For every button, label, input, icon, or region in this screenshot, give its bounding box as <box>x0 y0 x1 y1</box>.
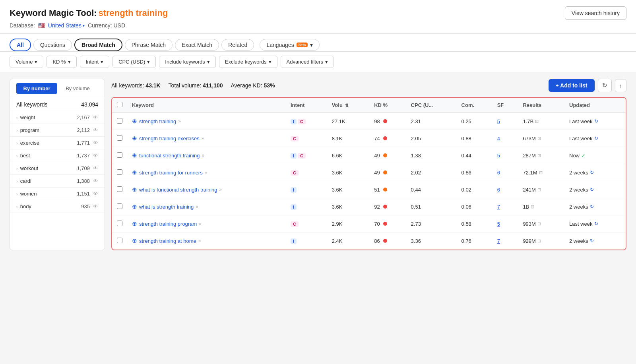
tab-related[interactable]: Related <box>221 39 254 51</box>
sidebar-item-count: 1,709 <box>77 165 90 171</box>
refresh-button[interactable]: ↻ <box>598 79 612 92</box>
keyword-link[interactable]: ⊕ strength training for runners » <box>132 169 281 176</box>
com-cell: 0.25 <box>457 113 493 130</box>
row-checkbox[interactable] <box>117 221 122 226</box>
refresh-icon: ↻ <box>594 221 598 227</box>
keyword-link[interactable]: ⊕ strength training exercises » <box>132 135 281 142</box>
add-to-list-button[interactable]: + Add to list <box>549 79 595 92</box>
sf-link[interactable]: 5 <box>497 221 500 227</box>
sf-cell[interactable]: 5 <box>493 215 518 232</box>
filter-kd[interactable]: KD % ▾ <box>47 56 76 68</box>
eye-icon[interactable]: 👁 <box>93 203 98 209</box>
kd-dot <box>383 239 387 243</box>
tabs-row: All Questions Broad Match Phrase Match E… <box>0 34 636 52</box>
sf-link[interactable]: 5 <box>497 118 500 124</box>
row-checkbox[interactable] <box>117 152 122 158</box>
eye-icon[interactable]: 👁 <box>93 165 98 171</box>
keyword-link[interactable]: ⊕ strength training at home » <box>132 237 281 244</box>
eye-icon[interactable]: 👁 <box>93 140 98 146</box>
tab-exact-match[interactable]: Exact Match <box>175 39 219 51</box>
sf-cell[interactable]: 6 <box>493 164 518 181</box>
updated-cell: Last week ↻ <box>564 113 626 130</box>
sf-link[interactable]: 5 <box>497 153 500 159</box>
filter-cpc[interactable]: CPC (USD) ▾ <box>112 56 156 68</box>
kd-cell: 86 <box>369 232 406 250</box>
content-area: By number By volume All keywords 43,094 … <box>0 72 636 257</box>
tab-all[interactable]: All <box>10 39 31 51</box>
refresh-icon: ↻ <box>590 170 594 175</box>
eye-icon[interactable]: 👁 <box>93 178 98 184</box>
row-checkbox[interactable] <box>117 203 122 209</box>
sidebar-all-keywords[interactable]: All keywords 43,094 <box>10 98 105 111</box>
tab-questions[interactable]: Questions <box>33 39 72 51</box>
filter-advanced[interactable]: Advanced filters ▾ <box>281 56 334 68</box>
export-button[interactable]: ↑ <box>615 79 627 92</box>
tab-broad-match[interactable]: Broad Match <box>74 39 122 51</box>
sidebar-item[interactable]: › women 1,151 👁 <box>10 188 105 200</box>
tab-phrase-match[interactable]: Phrase Match <box>125 39 173 51</box>
chevron-down-icon: ▾ <box>269 59 271 65</box>
updated-cell: Last week ↻ <box>564 215 626 232</box>
sf-link[interactable]: 6 <box>497 187 500 193</box>
database-link[interactable]: United States ▾ <box>48 22 85 29</box>
chevron-down-icon: ▾ <box>83 23 85 28</box>
sidebar-tab-by-volume[interactable]: By volume <box>57 83 98 94</box>
sf-cell[interactable]: 4 <box>493 130 518 147</box>
filter-intent[interactable]: Intent ▾ <box>80 56 110 68</box>
row-checkbox[interactable] <box>117 118 122 124</box>
languages-button[interactable]: Languages beta ▾ <box>260 39 320 51</box>
col-volume[interactable]: Volu ⇅ <box>327 98 370 113</box>
sf-link[interactable]: 7 <box>497 204 500 210</box>
sf-cell[interactable]: 5 <box>493 147 518 164</box>
kd-cell: 51 <box>369 181 406 198</box>
filter-volume[interactable]: Volume ▾ <box>10 56 43 68</box>
volume-cell: 3.6K <box>327 198 370 215</box>
row-checkbox[interactable] <box>117 238 122 243</box>
sidebar-item-count: 935 <box>81 203 90 209</box>
results-cell: 287M ⊡ <box>518 147 564 164</box>
sidebar-item[interactable]: › exercise 1,771 👁 <box>10 137 105 149</box>
sf-link[interactable]: 7 <box>497 238 500 244</box>
sf-cell[interactable]: 5 <box>493 113 518 130</box>
sidebar-item-count: 1,388 <box>77 178 90 184</box>
chevron-right-icon: › <box>16 153 18 158</box>
sidebar-item[interactable]: › workout 1,709 👁 <box>10 162 105 175</box>
eye-icon[interactable]: 👁 <box>93 191 98 197</box>
sidebar-item[interactable]: › cardi 1,388 👁 <box>10 175 105 188</box>
sf-cell[interactable]: 6 <box>493 181 518 198</box>
sidebar-item[interactable]: › program 2,112 👁 <box>10 124 105 137</box>
sf-link[interactable]: 4 <box>497 136 500 141</box>
keyword-link[interactable]: ⊕ strength training » <box>132 118 281 125</box>
filter-include-keywords[interactable]: Include keywords ▾ <box>159 56 215 68</box>
sidebar-item[interactable]: › weight 2,167 👁 <box>10 111 105 124</box>
eye-icon[interactable]: 👁 <box>93 153 98 159</box>
sf-cell[interactable]: 7 <box>493 198 518 215</box>
row-checkbox[interactable] <box>117 135 122 141</box>
sidebar-item[interactable]: › body 935 👁 <box>10 200 105 213</box>
sidebar-item-label: exercise <box>20 140 39 146</box>
eye-icon[interactable]: 👁 <box>93 127 98 133</box>
intent-badge-c: C <box>291 136 299 141</box>
keyword-link[interactable]: ⊕ functional strength training » <box>132 152 281 159</box>
results-link: 993M ⊡ <box>523 221 560 227</box>
plus-icon: ⊕ <box>132 220 137 227</box>
keyword-link[interactable]: ⊕ what is functional strength training » <box>132 186 281 193</box>
sidebar-item[interactable]: › best 1,737 👁 <box>10 149 105 162</box>
eye-icon[interactable]: 👁 <box>93 114 98 120</box>
select-all-checkbox[interactable] <box>117 102 122 107</box>
keyword-link[interactable]: ⊕ strength training program » <box>132 220 281 227</box>
col-results: Results <box>518 98 564 113</box>
row-checkbox[interactable] <box>117 186 122 192</box>
kd-cell: 92 <box>369 198 406 215</box>
subtitle-row: Database: 🇺🇸 United States ▾ Currency: U… <box>10 22 626 29</box>
filter-exclude-keywords[interactable]: Exclude keywords ▾ <box>219 56 277 68</box>
results-cell: 673M ⊡ <box>518 130 564 147</box>
row-checkbox[interactable] <box>117 169 122 175</box>
com-cell: 0.88 <box>457 130 493 147</box>
sidebar-tab-by-number[interactable]: By number <box>16 83 57 94</box>
plus-icon: ⊕ <box>132 135 137 142</box>
sf-link[interactable]: 6 <box>497 170 500 176</box>
keyword-link[interactable]: ⊕ what is strength training » <box>132 203 281 210</box>
sf-cell[interactable]: 7 <box>493 232 518 250</box>
view-history-button[interactable]: View search history <box>565 6 626 20</box>
